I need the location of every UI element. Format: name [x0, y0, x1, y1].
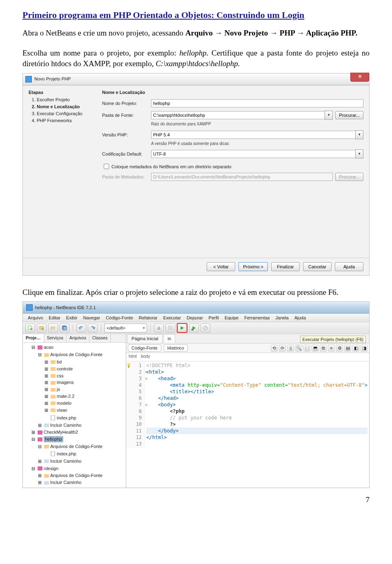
source-folder-label: Pasta de Fonte:	[102, 112, 151, 118]
svg-rect-28	[44, 481, 49, 485]
steps-heading: Etapas	[29, 89, 102, 96]
tree-item-modelo[interactable]: modelo	[57, 400, 71, 406]
open-icon[interactable]	[48, 323, 58, 332]
svg-point-3	[42, 328, 44, 330]
menu-ferramentas[interactable]: Ferramentas	[242, 314, 272, 321]
panel-tab-3[interactable]: Classes	[89, 334, 111, 342]
panel-tab-2[interactable]: Arquivos	[67, 334, 89, 342]
tree-acao[interactable]: acao	[44, 344, 53, 350]
tree-code-files[interactable]: Arquivos de Código-Fonte	[50, 352, 102, 358]
help-button[interactable]: Ajuda	[335, 262, 363, 271]
metadata-separate-checkbox[interactable]	[104, 164, 109, 169]
profile-icon[interactable]	[200, 323, 210, 332]
menu-ajuda[interactable]: Ajuda	[292, 314, 308, 321]
php-version-select[interactable]	[151, 131, 356, 139]
menu-refatorar[interactable]: Refatorar	[136, 314, 160, 321]
page-number: 7	[22, 488, 370, 505]
tree-item-imagens[interactable]: imagens	[57, 379, 74, 386]
svg-point-1	[30, 328, 32, 330]
tab-in[interactable]: in	[164, 334, 176, 343]
finish-button[interactable]: Finalizar	[271, 262, 300, 271]
source-folder-input[interactable]	[151, 111, 325, 119]
code-editor[interactable]: 12345678910111213 <!DOCTYPE html><html> …	[126, 361, 369, 448]
close-icon[interactable]: ✕	[350, 73, 369, 82]
new-file-icon[interactable]	[25, 323, 35, 332]
editor-toolbar-icon[interactable]: ⟳	[279, 345, 286, 352]
project-tree[interactable]: ⊟acao ⊟Arquivos de Código-Fonte ⊞bd⊞cont…	[23, 343, 126, 488]
panel-tab-1[interactable]: Serviços	[44, 334, 67, 342]
tree-rdesign-include[interactable]: Incluir Caminho	[50, 479, 81, 486]
clean-build-icon[interactable]	[165, 323, 175, 332]
breadcrumb-body[interactable]: body	[141, 353, 150, 361]
tree-hellophp-index[interactable]: index.php	[57, 451, 76, 457]
subtab-history[interactable]: Histórico	[164, 344, 188, 352]
editor-toolbar-icon[interactable]: 🔍	[295, 345, 302, 352]
tree-item-controle[interactable]: controle	[57, 366, 73, 372]
encoding-dropdown-icon[interactable]: ▾	[355, 149, 363, 158]
menu-editar[interactable]: Editar	[46, 314, 63, 321]
next-button[interactable]: Próximo >	[238, 262, 268, 271]
tree-item-js[interactable]: js	[57, 386, 60, 392]
svg-rect-10	[44, 353, 49, 357]
debug-icon[interactable]	[189, 323, 199, 332]
editor-toolbar-icon[interactable]: ≡	[328, 345, 335, 352]
menu-arquivo[interactable]: Arquivo	[25, 314, 45, 321]
editor-toolbar-icon[interactable]: ▤	[344, 345, 351, 352]
tree-item-visao[interactable]: visao	[57, 407, 67, 413]
save-all-icon[interactable]	[60, 323, 69, 332]
svg-rect-23	[44, 445, 49, 448]
tree-item-mate-2.2[interactable]: mate-2.2	[57, 393, 74, 399]
tree-hellophp-include[interactable]: Incluir Caminho	[50, 458, 81, 464]
back-button[interactable]: < Voltar	[207, 262, 235, 271]
editor-toolbar-icon[interactable]: ⟲	[271, 345, 278, 352]
menu-janela[interactable]: Janela	[273, 314, 291, 321]
menu-perfil[interactable]: Perfil	[206, 314, 221, 321]
tree-rdesign[interactable]: rdesign	[44, 466, 58, 472]
tree-index-file[interactable]: index.php	[57, 415, 76, 421]
run-project-icon[interactable]	[177, 323, 187, 333]
menu-equipe[interactable]: Equipe	[222, 314, 241, 321]
folder-icon	[44, 473, 49, 478]
panel-tab-0[interactable]: Proje…	[23, 334, 44, 342]
menu-executar[interactable]: Executar	[161, 314, 183, 321]
subtab-source[interactable]: Código-Fonte	[128, 344, 161, 352]
php-version-dropdown-icon[interactable]: ▾	[355, 130, 363, 139]
menu-exibir[interactable]: Exibir	[64, 314, 80, 321]
tree-item-css[interactable]: css	[57, 373, 64, 379]
breadcrumb-html[interactable]: html	[129, 353, 137, 361]
new-project-icon[interactable]	[37, 323, 47, 332]
tree-checkmyhealth[interactable]: CheckMyHealth2	[44, 429, 78, 435]
browse-button[interactable]: Procurar...	[335, 111, 363, 119]
menu-código-fonte[interactable]: Código-Fonte	[103, 314, 136, 321]
tree-hellophp-codefiles[interactable]: Arquivos de Código-Fonte	[50, 444, 102, 450]
step-3: Executar Configuração	[37, 111, 102, 117]
source-folder-dropdown-icon[interactable]: ▾	[325, 111, 333, 120]
tree-include-path[interactable]: Incluir Caminho	[50, 422, 81, 428]
undo-icon[interactable]	[76, 323, 86, 332]
menu-depurar[interactable]: Depurar	[184, 314, 205, 321]
config-dropdown[interactable]: <default>	[105, 323, 147, 332]
tree-item-bd[interactable]: bd	[57, 359, 62, 365]
svg-rect-25	[44, 459, 49, 463]
intro2-path: C:\xampp\htdocs\hellophp.	[156, 59, 240, 68]
redo-icon[interactable]	[88, 323, 98, 332]
panel-tabs: Proje…ServiçosArquivosClasses	[23, 334, 126, 343]
build-icon[interactable]	[154, 323, 164, 332]
editor-toolbar-icon[interactable]: ⬒	[312, 345, 318, 352]
editor-toolbar-icon[interactable]: ⬚	[303, 345, 310, 352]
tree-rdesign-codefiles[interactable]: Arquivos de Código-Fonte	[50, 473, 102, 479]
cancel-button[interactable]: Cancelar	[303, 262, 332, 271]
editor-toolbar-icon[interactable]: ⚙	[336, 345, 343, 352]
netbeans-ide-window: hellophp - NetBeans IDE 7.2.1 ArquivoEdi…	[22, 301, 370, 488]
editor-toolbar-icon[interactable]: ▯	[287, 345, 294, 352]
editor-toolbar-icon[interactable]: ◨	[361, 345, 368, 352]
tree-hellophp-selected[interactable]: hellophp	[44, 436, 63, 442]
folder-icon	[44, 444, 49, 449]
tab-start-page[interactable]: Página Inicial	[127, 334, 162, 343]
steps-list: Escolher Projeto Nome e Localização Exec…	[29, 97, 102, 123]
editor-toolbar-icon[interactable]: ◧	[352, 345, 359, 352]
encoding-select[interactable]	[151, 150, 356, 158]
editor-toolbar-icon[interactable]: ⧉	[320, 345, 327, 352]
project-name-input[interactable]	[151, 99, 363, 107]
menu-navegar[interactable]: Navegar	[81, 314, 103, 321]
